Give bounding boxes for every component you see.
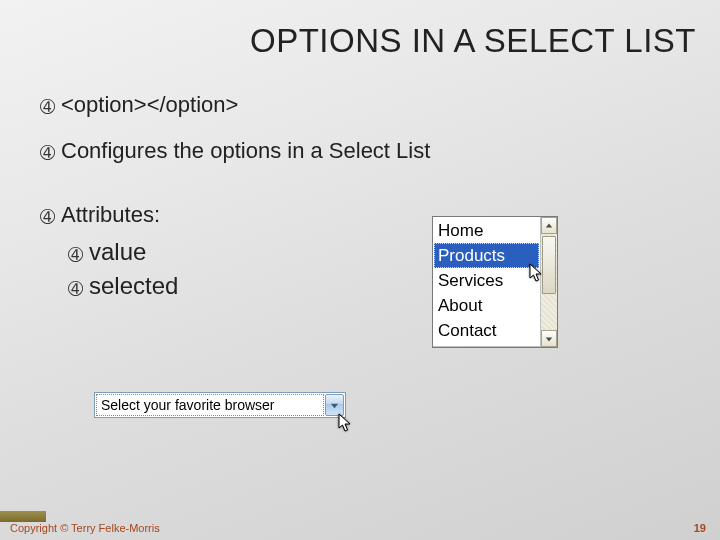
- sub-bullet-1-text: value: [89, 238, 146, 266]
- cursor-icon: [529, 263, 545, 285]
- bullet-marker: ➃: [40, 98, 55, 116]
- bullet-2: ➃ Configures the options in a Select Lis…: [40, 138, 680, 164]
- bullet-marker: ➃: [40, 144, 55, 162]
- listbox-item[interactable]: Services: [434, 268, 539, 293]
- sub-bullet-2: ➃ selected: [68, 272, 680, 300]
- copyright-footer: Copyright © Terry Felke-Morris: [10, 522, 160, 534]
- bullet-3: ➃ Attributes:: [40, 202, 680, 228]
- chevron-up-icon: [545, 222, 553, 230]
- bullet-2-text: Configures the options in a Select List: [61, 138, 430, 164]
- scroll-down-button[interactable]: [541, 330, 557, 347]
- bullet-marker: ➃: [40, 208, 55, 226]
- bullet-1: ➃ <option></option>: [40, 92, 680, 118]
- page-number: 19: [694, 522, 706, 534]
- bullet-3-text: Attributes:: [61, 202, 160, 228]
- cursor-icon: [338, 413, 354, 435]
- chevron-down-icon: [545, 335, 553, 343]
- slide-title: OPTIONS IN A SELECT LIST: [160, 22, 696, 60]
- listbox-item[interactable]: Contact: [434, 318, 539, 343]
- select-dropdown[interactable]: Select your favorite browser: [94, 392, 346, 418]
- listbox-item-selected[interactable]: Products: [434, 243, 539, 268]
- scroll-up-button[interactable]: [541, 217, 557, 234]
- bullet-marker: ➃: [68, 246, 83, 264]
- listbox-item[interactable]: About: [434, 293, 539, 318]
- bullet-marker: ➃: [68, 280, 83, 298]
- listbox-item[interactable]: Home: [434, 218, 539, 243]
- bullet-1-text: <option></option>: [61, 92, 238, 118]
- sub-bullet-2-text: selected: [89, 272, 178, 300]
- accent-bar: [0, 511, 46, 522]
- chevron-down-icon: [330, 401, 339, 410]
- dropdown-selected-text: Select your favorite browser: [96, 394, 324, 416]
- listbox-items: Home Products Services About Contact: [434, 218, 539, 346]
- sub-bullet-1: ➃ value: [68, 238, 680, 266]
- bullet-list: ➃ <option></option> ➃ Configures the opt…: [40, 92, 680, 306]
- select-listbox[interactable]: Home Products Services About Contact: [432, 216, 558, 348]
